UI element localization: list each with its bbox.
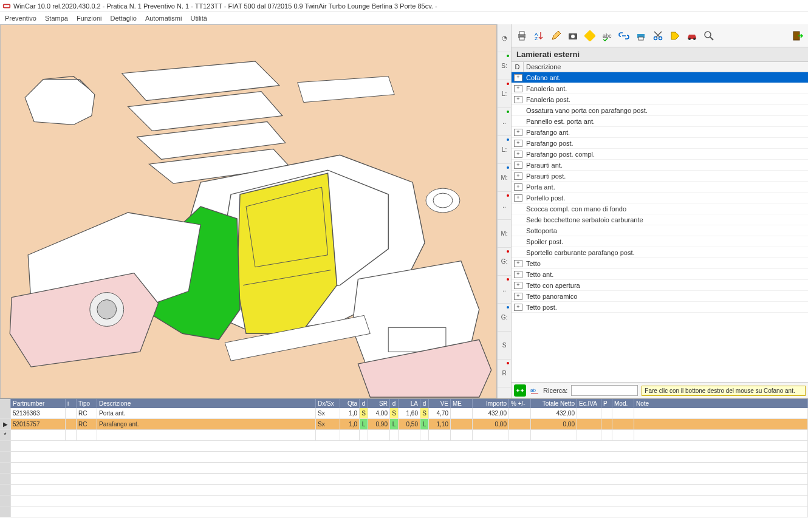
tree-row[interactable]: Pannello est. porta ant. xyxy=(512,116,808,127)
search-input[interactable] xyxy=(571,385,638,396)
tree-row[interactable]: Ossatura vano porta con parafango post. xyxy=(512,105,808,116)
sort-icon[interactable]: AZ xyxy=(531,28,547,44)
menu-stampa[interactable]: Stampa xyxy=(45,15,68,22)
col-pct[interactable]: % +/- xyxy=(509,399,531,408)
tree-row[interactable]: Sede bocchettone serbatoio carburante xyxy=(512,214,808,225)
camera-icon[interactable] xyxy=(565,28,581,44)
table-row[interactable]: ▶52015757RCParafango ant.Sx1,0L0,90L0,50… xyxy=(0,419,808,430)
side-tab-12[interactable]: R xyxy=(498,360,511,387)
expand-icon[interactable]: + xyxy=(514,282,522,289)
col-i[interactable]: i xyxy=(66,399,77,408)
col-tipo[interactable]: Tipo xyxy=(77,399,97,408)
pencil-icon[interactable] xyxy=(548,28,564,44)
menu-funzioni[interactable]: Funzioni xyxy=(77,15,102,22)
svg-text:Z: Z xyxy=(535,36,538,41)
tree-row[interactable]: +Parafango ant. xyxy=(512,127,808,138)
tree-row[interactable]: +Tetto xyxy=(512,258,808,269)
tree-row[interactable]: +Tetto ant. xyxy=(512,269,808,280)
col-la[interactable]: LA xyxy=(399,399,420,408)
col-d1[interactable]: d xyxy=(360,399,368,408)
grid-body[interactable]: 52136363RCPorta ant.Sx1,0S4,00S1,60S4,70… xyxy=(0,408,808,517)
printer2-icon[interactable] xyxy=(633,28,649,44)
tree-row[interactable]: +Parafango post. xyxy=(512,138,808,149)
expand-icon[interactable]: + xyxy=(514,260,522,267)
side-tab-3[interactable]: .. xyxy=(498,108,511,136)
col-ve[interactable]: VE xyxy=(429,399,451,408)
expand-icon[interactable]: + xyxy=(514,183,522,191)
tree-row[interactable]: +Portello post. xyxy=(512,193,808,203)
parts-tree[interactable]: +Cofano ant.+Fanaleria ant.+Fanaleria po… xyxy=(512,72,808,382)
tree-item-label: Tetto ant. xyxy=(526,271,553,278)
print-icon[interactable] xyxy=(514,28,530,44)
scissors-icon[interactable] xyxy=(650,28,666,44)
spell-icon[interactable]: abc xyxy=(599,28,615,44)
tree-row[interactable]: +Tetto post. xyxy=(512,302,808,313)
tree-row[interactable]: +Fanaleria post. xyxy=(512,94,808,105)
tree-row[interactable]: +Tetto con apertura xyxy=(512,280,808,291)
col-d2[interactable]: d xyxy=(390,399,399,408)
expand-icon[interactable]: + xyxy=(514,194,522,202)
tree-row[interactable]: +Cofano ant. xyxy=(512,72,808,83)
col-partnumber[interactable]: Partnumber xyxy=(11,399,66,408)
tree-row[interactable]: Spoiler post. xyxy=(512,236,808,247)
expand-icon[interactable]: + xyxy=(514,74,522,81)
side-tab-7[interactable]: M: xyxy=(498,220,511,248)
tree-row[interactable]: Sottoporta xyxy=(512,225,808,236)
expand-icon[interactable]: + xyxy=(514,271,522,278)
side-tab-1[interactable]: S: xyxy=(498,52,511,80)
side-tab-10[interactable]: G: xyxy=(498,304,511,332)
tree-row[interactable]: Sportello carburante parafango post. xyxy=(512,247,808,258)
menu-dettaglio[interactable]: Dettaglio xyxy=(110,15,136,22)
warning-icon[interactable] xyxy=(582,28,598,44)
menu-preventivo[interactable]: Preventivo xyxy=(5,15,36,22)
expand-icon[interactable]: + xyxy=(514,293,522,300)
expand-icon[interactable]: + xyxy=(514,85,522,92)
exit-icon[interactable] xyxy=(790,28,806,44)
side-tab-5[interactable]: M: xyxy=(498,164,511,192)
zoom-icon[interactable] xyxy=(701,28,717,44)
col-sr[interactable]: SR xyxy=(368,399,390,408)
table-row-new[interactable]: * xyxy=(0,430,808,441)
table-row[interactable]: 52136363RCPorta ant.Sx1,0S4,00S1,60S4,70… xyxy=(0,408,808,419)
col-totale-netto[interactable]: Totale Netto xyxy=(531,399,577,408)
menu-automatismi[interactable]: Automatismi xyxy=(145,15,182,22)
tree-row[interactable]: Scocca compl. con mano di fondo xyxy=(512,203,808,214)
tree-row[interactable]: +Paraurti ant. xyxy=(512,160,808,171)
col-eciva[interactable]: Ec.IVA xyxy=(577,399,601,408)
col-dxsx[interactable]: Dx/Sx xyxy=(316,399,340,408)
tree-item-label: Paraurti ant. xyxy=(526,162,563,169)
tree-row[interactable]: +Tetto panoramico xyxy=(512,291,808,302)
expand-icon[interactable]: + xyxy=(514,96,522,103)
menu-utilita[interactable]: Utilità xyxy=(190,15,207,22)
expand-icon[interactable]: + xyxy=(514,172,522,180)
tree-row[interactable]: +Parafango post. compl. xyxy=(512,149,808,160)
tag-icon[interactable] xyxy=(667,28,683,44)
expand-icon[interactable]: + xyxy=(514,304,522,311)
side-tab-2[interactable]: L: xyxy=(498,80,511,108)
side-tab-11[interactable]: S xyxy=(498,332,511,360)
side-tab-9[interactable]: .. xyxy=(498,276,511,304)
tree-row[interactable]: +Fanaleria ant. xyxy=(512,83,808,94)
col-descrizione[interactable]: Descrizione xyxy=(97,399,316,408)
expand-icon[interactable]: + xyxy=(514,140,522,147)
expand-icon[interactable]: + xyxy=(514,151,522,158)
car-icon[interactable] xyxy=(684,28,700,44)
expand-icon[interactable]: + xyxy=(514,129,522,136)
car-diagram[interactable] xyxy=(0,24,497,398)
tree-row[interactable]: +Porta ant. xyxy=(512,182,808,193)
side-tab-4[interactable]: L: xyxy=(498,136,511,164)
link-icon[interactable] xyxy=(616,28,632,44)
side-tab-6[interactable]: .. xyxy=(498,192,511,220)
col-d3[interactable]: d xyxy=(420,399,429,408)
tree-row[interactable]: +Paraurti post. xyxy=(512,171,808,182)
col-importo[interactable]: Importo xyxy=(473,399,509,408)
col-p[interactable]: P xyxy=(601,399,612,408)
col-mod[interactable]: Mod. xyxy=(612,399,634,408)
col-me[interactable]: ME xyxy=(451,399,473,408)
col-qta[interactable]: Qta xyxy=(340,399,360,408)
refresh-icon[interactable] xyxy=(514,384,526,397)
side-tab-8[interactable]: G: xyxy=(498,248,511,276)
side-tab-0[interactable]: ◔ xyxy=(498,24,511,52)
expand-icon[interactable]: + xyxy=(514,162,522,169)
col-note[interactable]: Note xyxy=(634,399,808,408)
